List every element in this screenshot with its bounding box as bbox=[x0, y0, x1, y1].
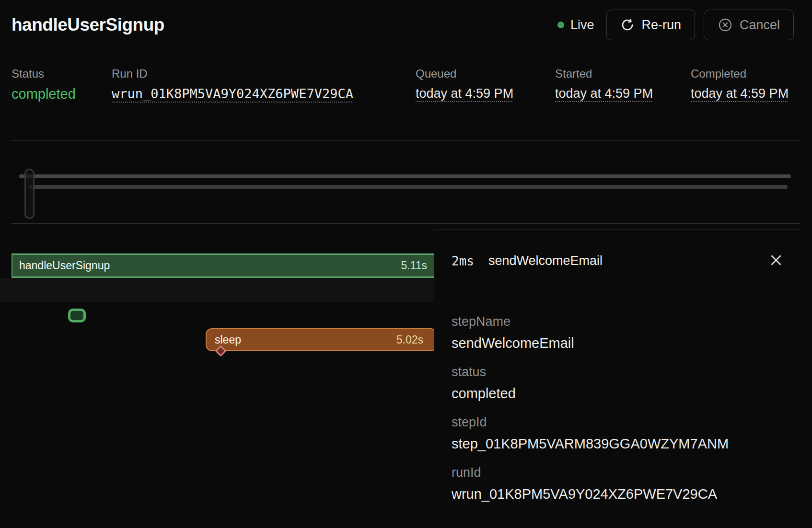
green-dot-icon bbox=[557, 22, 564, 28]
completed-value[interactable]: today at 4:59 PM bbox=[691, 86, 789, 101]
span-bar-handleUserSignup[interactable]: handleUserSignup 5.11s bbox=[12, 253, 434, 278]
minimap-span-bar bbox=[19, 174, 791, 178]
close-button[interactable] bbox=[766, 250, 786, 272]
x-icon bbox=[769, 262, 783, 269]
step-duration: 2ms bbox=[452, 254, 474, 268]
trace-gantt: handleUserSignup 5.11s sleep 5.02s 2ms s… bbox=[0, 224, 812, 528]
brush-handle[interactable] bbox=[24, 169, 35, 219]
field-stepId: stepId step_01K8PM5VARM839GGA0WZYM7ANM bbox=[452, 415, 783, 452]
run-metadata: Status completed Run ID wrun_01K8PM5VA9Y… bbox=[0, 42, 812, 140]
refresh-icon bbox=[620, 18, 635, 32]
field-label: runId bbox=[452, 465, 783, 480]
field-label: stepName bbox=[452, 314, 783, 329]
span-duration: 5.11s bbox=[401, 259, 427, 272]
span-duration: 5.02s bbox=[396, 333, 423, 346]
queued-value[interactable]: today at 4:59 PM bbox=[416, 86, 513, 101]
step-title: sendWelcomeEmail bbox=[488, 253, 603, 268]
step-detail-panel: 2ms sendWelcomeEmail stepName sendWelcom… bbox=[434, 230, 800, 528]
rerun-label: Re-run bbox=[641, 18, 681, 33]
page-title: handleUserSignup bbox=[12, 15, 557, 35]
field-stepName: stepName sendWelcomeEmail bbox=[452, 314, 783, 351]
field-status: status completed bbox=[452, 365, 783, 402]
span-name: sleep bbox=[215, 333, 241, 346]
step-detail-header: 2ms sendWelcomeEmail bbox=[434, 230, 800, 292]
meta-label: Queued bbox=[416, 67, 456, 80]
field-value: completed bbox=[452, 386, 783, 402]
rerun-button[interactable]: Re-run bbox=[606, 10, 695, 40]
circle-x-icon bbox=[718, 17, 733, 33]
field-label: status bbox=[452, 365, 783, 379]
header-bar: handleUserSignup Live Re-run Ca bbox=[0, 0, 812, 42]
timeline-minimap[interactable] bbox=[0, 141, 812, 223]
cancel-button[interactable]: Cancel bbox=[704, 10, 794, 40]
field-value: sendWelcomeEmail bbox=[452, 335, 783, 351]
meta-label: Started bbox=[555, 67, 592, 80]
live-indicator: Live bbox=[557, 18, 594, 33]
run-id-value[interactable]: wrun_01K8PM5VA9Y024XZ6PWE7V29CA bbox=[112, 86, 353, 101]
field-value: step_01K8PM5VARM839GGA0WZYM7ANM bbox=[452, 436, 783, 452]
meta-label: Run ID bbox=[112, 67, 148, 80]
field-runId: runId wrun_01K8PM5VA9Y024XZ6PWE7V29CA bbox=[452, 465, 783, 502]
meta-label: Status bbox=[12, 67, 44, 80]
status-value: completed bbox=[12, 86, 76, 102]
workflow-run-page: handleUserSignup Live Re-run Ca bbox=[0, 0, 812, 528]
meta-label: Completed bbox=[691, 67, 746, 80]
cancel-label: Cancel bbox=[740, 18, 780, 33]
span-pill-sendWelcomeEmail[interactable] bbox=[68, 309, 86, 322]
minimap-span-bar bbox=[29, 185, 788, 189]
field-value: wrun_01K8PM5VA9Y024XZ6PWE7V29CA bbox=[452, 486, 783, 502]
live-label: Live bbox=[570, 18, 594, 33]
started-value[interactable]: today at 4:59 PM bbox=[555, 86, 653, 101]
span-bar-sleep[interactable]: sleep 5.02s bbox=[206, 328, 437, 351]
step-detail-body: stepName sendWelcomeEmail status complet… bbox=[434, 292, 800, 502]
field-label: stepId bbox=[452, 415, 783, 430]
span-name: handleUserSignup bbox=[19, 259, 110, 272]
gantt-row-highlight bbox=[0, 278, 434, 302]
